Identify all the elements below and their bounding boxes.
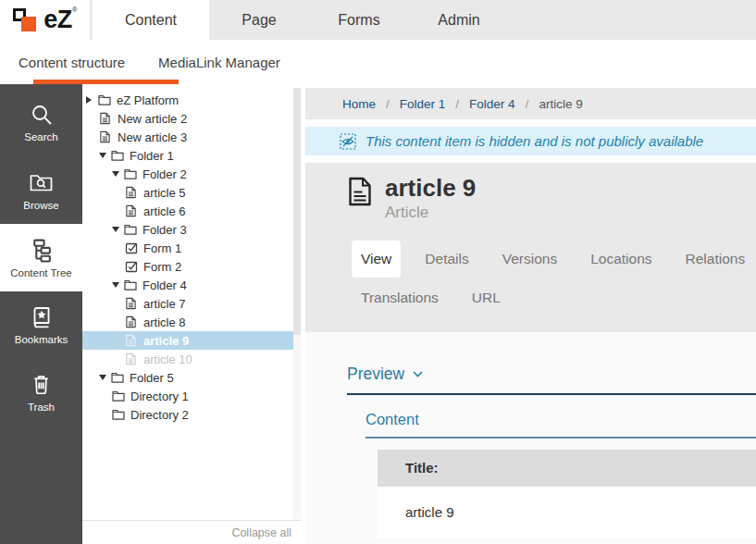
page-title: article 9 bbox=[385, 175, 476, 203]
tree-item-form-2[interactable]: Form 2 bbox=[82, 257, 301, 276]
sub-nav-tab-content-structure[interactable]: Content structure bbox=[19, 55, 125, 70]
hidden-eye-icon bbox=[340, 133, 356, 150]
left-sidebar: SearchBrowseContent TreeBookmarksTrash bbox=[0, 84, 82, 544]
folder-icon bbox=[111, 149, 124, 162]
sidebar-item-bookmarks[interactable]: Bookmarks bbox=[0, 291, 82, 359]
ez-logo[interactable]: eZ ® bbox=[0, 0, 90, 40]
tree-scrollbar[interactable] bbox=[293, 88, 301, 519]
caret-down-icon[interactable] bbox=[112, 227, 124, 232]
view-tab-content: Preview Content Title: article 9 bbox=[305, 332, 756, 544]
content-section-divider bbox=[366, 437, 756, 439]
main-nav-tab-forms[interactable]: Forms bbox=[309, 0, 409, 40]
content-type-label: Article bbox=[385, 204, 476, 222]
folder-icon bbox=[112, 408, 125, 421]
form-icon bbox=[125, 260, 138, 273]
article-icon bbox=[125, 204, 138, 217]
tree-item-article-7[interactable]: article 7 bbox=[82, 294, 301, 313]
tree-item-folder-1[interactable]: Folder 1 bbox=[82, 146, 301, 165]
caret-right-icon[interactable] bbox=[86, 96, 98, 104]
preview-divider bbox=[347, 393, 756, 395]
sidebar-item-search[interactable]: Search bbox=[0, 89, 82, 156]
breadcrumb-link-home[interactable]: Home bbox=[342, 97, 376, 111]
tree-item-article-5[interactable]: article 5 bbox=[82, 183, 301, 202]
tree-item-article-6[interactable]: article 6 bbox=[82, 202, 301, 220]
document-icon bbox=[347, 177, 373, 222]
tab-view[interactable]: View bbox=[352, 241, 401, 278]
tree-item-folder-3[interactable]: Folder 3 bbox=[82, 220, 301, 239]
breadcrumb-current: article 9 bbox=[539, 97, 582, 111]
tree-item-folder-5[interactable]: Folder 5 bbox=[82, 368, 301, 387]
tab-details[interactable]: Details bbox=[415, 241, 477, 278]
tree-item-directory-1[interactable]: Directory 1 bbox=[82, 387, 301, 405]
sidebar-item-label: Browse bbox=[23, 200, 58, 211]
main-nav: ContentPageFormsAdmin bbox=[90, 0, 509, 40]
tree-item-label: Directory 2 bbox=[130, 408, 189, 422]
registered-mark: ® bbox=[72, 6, 78, 14]
sidebar-item-label: Bookmarks bbox=[15, 334, 68, 345]
ez-logo-icon bbox=[12, 6, 41, 34]
tree-item-directory-2[interactable]: Directory 2 bbox=[82, 405, 301, 424]
tab-relations[interactable]: Relations bbox=[676, 241, 755, 278]
content-tree-icon bbox=[29, 238, 54, 263]
sub-nav-tab-link-manager[interactable]: Link Manager bbox=[196, 55, 280, 70]
content-tree: eZ PlatformNew article 2New article 3Fol… bbox=[82, 84, 301, 424]
article-icon bbox=[125, 297, 138, 310]
tab-translations[interactable]: Translations bbox=[352, 279, 448, 316]
bookmarks-icon bbox=[30, 305, 54, 329]
article-icon bbox=[125, 315, 138, 328]
sidebar-item-trash[interactable]: Trash bbox=[0, 359, 82, 427]
tree-item-label: article 8 bbox=[143, 315, 186, 329]
tab-url[interactable]: URL bbox=[463, 279, 510, 316]
sidebar-item-label: Search bbox=[24, 131, 57, 142]
content-tree-panel: eZ PlatformNew article 2New article 3Fol… bbox=[82, 84, 301, 544]
tree-item-label: article 5 bbox=[143, 186, 186, 200]
tab-versions[interactable]: Versions bbox=[493, 241, 566, 278]
tree-item-label: Folder 5 bbox=[130, 371, 174, 385]
sidebar-item-content-tree[interactable]: Content Tree bbox=[0, 224, 82, 291]
tree-item-label: New article 3 bbox=[118, 130, 187, 144]
trash-icon bbox=[30, 374, 53, 397]
tree-item-label: Folder 4 bbox=[143, 278, 187, 292]
tree-item-article-10[interactable]: article 10 bbox=[82, 350, 301, 368]
field-label-title: Title: bbox=[378, 450, 756, 487]
tree-item-folder-4[interactable]: Folder 4 bbox=[82, 276, 301, 294]
chevron-down-icon bbox=[413, 371, 423, 377]
top-bar: eZ ® ContentPageFormsAdmin bbox=[0, 0, 756, 40]
main-nav-tab-content[interactable]: Content bbox=[93, 0, 209, 40]
tree-item-new-article-3[interactable]: New article 3 bbox=[82, 128, 301, 146]
main-nav-tab-admin[interactable]: Admin bbox=[409, 0, 509, 40]
article-icon bbox=[125, 186, 138, 199]
collapse-all-button[interactable]: Collapse all bbox=[82, 520, 301, 544]
tree-item-article-8[interactable]: article 8 bbox=[82, 313, 301, 331]
hidden-content-alert: This content item is hidden and is not p… bbox=[305, 127, 756, 155]
main-nav-tab-page[interactable]: Page bbox=[209, 0, 309, 40]
main-pane: Home / Folder 1 / Folder 4 / article 9 T… bbox=[301, 84, 756, 544]
breadcrumb-separator: / bbox=[526, 97, 529, 111]
tree-item-ez-platform[interactable]: eZ Platform bbox=[82, 91, 301, 109]
sub-nav: Content structureMediaLink Manager bbox=[0, 40, 756, 84]
tab-locations[interactable]: Locations bbox=[581, 241, 661, 278]
alert-text: This content item is hidden and is not p… bbox=[366, 133, 703, 149]
preview-toggle[interactable]: Preview bbox=[347, 365, 756, 384]
sub-nav-tab-media[interactable]: Media bbox=[158, 55, 196, 70]
breadcrumb-link-folder-1[interactable]: Folder 1 bbox=[400, 97, 446, 111]
tree-item-label: article 7 bbox=[143, 297, 186, 311]
content-tabs-row-1: ViewDetailsVersionsLocationsRelations bbox=[352, 241, 756, 278]
breadcrumb-link-folder-4[interactable]: Folder 4 bbox=[469, 97, 515, 111]
folder-icon bbox=[98, 93, 111, 106]
tree-item-label: Folder 2 bbox=[143, 167, 187, 181]
tree-item-folder-2[interactable]: Folder 2 bbox=[82, 165, 301, 183]
sidebar-item-browse[interactable]: Browse bbox=[0, 156, 82, 224]
caret-down-icon[interactable] bbox=[99, 375, 111, 380]
tree-item-new-article-2[interactable]: New article 2 bbox=[82, 109, 301, 128]
tree-item-label: article 10 bbox=[143, 352, 192, 366]
search-icon bbox=[30, 103, 54, 127]
caret-down-icon[interactable] bbox=[112, 282, 124, 288]
tree-item-article-9[interactable]: article 9 bbox=[82, 331, 301, 350]
tree-scrollbar-thumb[interactable] bbox=[293, 88, 301, 335]
tree-item-form-1[interactable]: Form 1 bbox=[82, 239, 301, 257]
caret-down-icon[interactable] bbox=[99, 153, 111, 158]
caret-down-icon[interactable] bbox=[112, 171, 124, 177]
preview-label: Preview bbox=[347, 365, 404, 384]
article-icon bbox=[125, 352, 138, 365]
